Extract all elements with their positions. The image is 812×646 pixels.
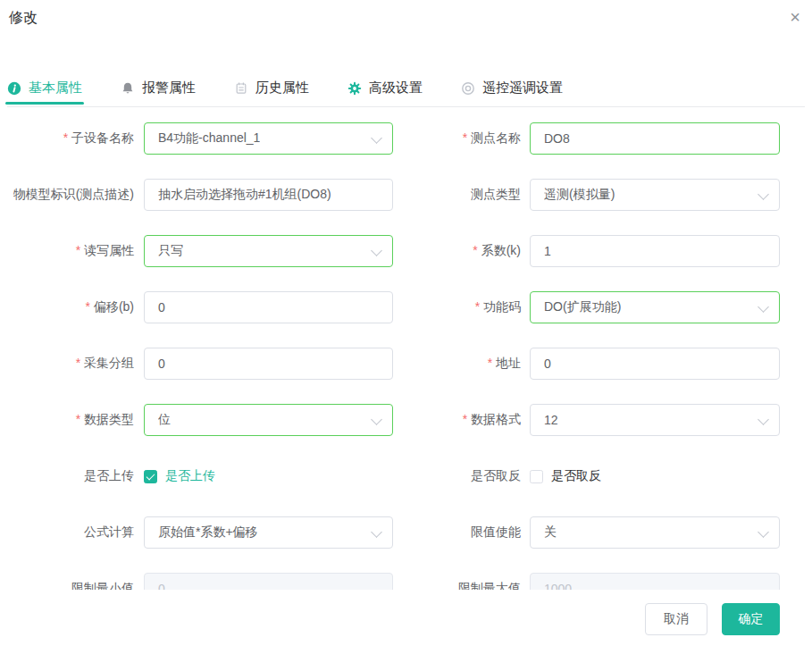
function-code-select[interactable]: DO(扩展功能) [530, 291, 780, 323]
coefficient-input[interactable] [530, 235, 780, 267]
confirm-button[interactable]: 确定 [722, 603, 780, 635]
field-label: 数据格式 [410, 412, 521, 428]
field-label: 数据类型 [0, 412, 134, 428]
field-label: 功能码 [410, 299, 521, 315]
formula-select[interactable]: 原始值*系数+偏移 [144, 516, 393, 549]
select-value: 原始值*系数+偏移 [158, 524, 258, 541]
chevron-down-icon [371, 526, 382, 538]
target-icon [461, 81, 475, 96]
dialog-title: 修改 [9, 9, 38, 28]
limit-enable-select[interactable]: 关 [530, 516, 780, 549]
read-write-select[interactable]: 只写 [144, 235, 393, 267]
gear-icon [347, 81, 362, 96]
checkbox-label: 是否取反 [551, 468, 601, 484]
field-model-identifier: 物模型标识(测点描述) [0, 179, 410, 211]
tab-label: 基本属性 [29, 80, 82, 96]
select-value: 12 [544, 413, 558, 427]
tab-alarm-properties[interactable]: 报警属性 [121, 79, 196, 97]
field-upload-flag: 是否上传 是否上传 [0, 460, 410, 492]
checkbox-label: 是否上传 [165, 468, 215, 484]
tab-label: 遥控遥调设置 [482, 80, 563, 96]
chevron-down-icon [371, 245, 382, 256]
field-label: 测点类型 [410, 187, 521, 203]
point-name-input[interactable] [530, 122, 780, 155]
field-function-code: 功能码 DO(扩展功能) [410, 291, 812, 323]
field-address: 地址 [410, 348, 812, 380]
field-label: 测点名称 [410, 130, 521, 147]
chevron-down-icon [758, 189, 769, 200]
field-offset: 偏移(b) [0, 291, 410, 323]
dialog-footer: 取消 确定 [0, 590, 812, 646]
sub-device-name-select[interactable]: B4功能-channel_1 [144, 122, 393, 155]
tab-remote-control-settings[interactable]: 遥控遥调设置 [461, 79, 563, 97]
chevron-down-icon [371, 414, 382, 425]
field-label: 读写属性 [0, 243, 134, 259]
chevron-down-icon [758, 301, 769, 313]
cancel-button[interactable]: 取消 [645, 603, 707, 635]
tab-basic-properties[interactable]: 基本属性 [7, 79, 82, 97]
field-limit-enable: 限值使能 关 [410, 516, 812, 549]
field-invert-flag: 是否取反 是否取反 [410, 460, 812, 492]
field-label: 偏移(b) [0, 299, 134, 315]
tab-label: 历史属性 [255, 80, 309, 96]
tab-history-properties[interactable]: 历史属性 [234, 79, 309, 97]
field-label: 限值使能 [410, 524, 521, 541]
select-value: 遥测(模拟量) [544, 187, 615, 203]
tab-bar: 基本属性 报警属性 历史属性 [7, 79, 805, 107]
chevron-down-icon [371, 132, 382, 144]
field-label: 物模型标识(测点描述) [0, 187, 134, 203]
history-icon [234, 81, 248, 96]
data-type-select[interactable]: 位 [144, 404, 393, 436]
edit-form: 子设备名称 B4功能-channel_1 测点名称 物模型标识(测点描述) 测点… [0, 122, 812, 629]
field-data-format: 数据格式 12 [410, 404, 812, 436]
field-point-type: 测点类型 遥测(模拟量) [410, 179, 812, 211]
field-read-write: 读写属性 只写 [0, 235, 410, 267]
checkbox-unchecked-icon [530, 470, 543, 483]
address-input[interactable] [530, 348, 780, 380]
tab-label: 高级设置 [369, 80, 423, 96]
collect-group-input[interactable] [144, 348, 393, 380]
field-label: 地址 [410, 356, 521, 372]
field-label: 子设备名称 [0, 130, 134, 147]
field-coefficient: 系数(k) [410, 235, 812, 267]
tab-advanced-settings[interactable]: 高级设置 [347, 79, 423, 97]
select-value: 位 [158, 412, 171, 428]
field-data-type: 数据类型 位 [0, 404, 410, 436]
field-point-name: 测点名称 [410, 122, 812, 155]
close-icon[interactable]: × [783, 5, 807, 29]
chevron-down-icon [758, 414, 769, 425]
field-sub-device-name: 子设备名称 B4功能-channel_1 [0, 122, 410, 155]
invert-checkbox[interactable]: 是否取反 [530, 460, 601, 492]
tab-label: 报警属性 [142, 80, 196, 96]
data-format-select[interactable]: 12 [530, 404, 780, 436]
select-value: 只写 [158, 243, 183, 259]
upload-checkbox[interactable]: 是否上传 [144, 460, 215, 492]
checkbox-checked-icon [144, 470, 157, 483]
field-collect-group: 采集分组 [0, 348, 410, 380]
select-value: DO(扩展功能) [544, 299, 621, 315]
model-identifier-input[interactable] [144, 179, 393, 211]
select-value: B4功能-channel_1 [158, 130, 260, 147]
chevron-down-icon [758, 526, 769, 538]
info-icon [7, 81, 21, 96]
offset-input[interactable] [144, 291, 393, 323]
bell-icon [121, 81, 135, 96]
field-label: 采集分组 [0, 356, 134, 372]
field-label: 系数(k) [410, 243, 521, 259]
field-label: 是否上传 [0, 468, 134, 484]
field-formula: 公式计算 原始值*系数+偏移 [0, 516, 410, 549]
field-label: 公式计算 [0, 524, 134, 541]
point-type-select[interactable]: 遥测(模拟量) [530, 179, 780, 211]
select-value: 关 [544, 524, 557, 541]
field-label: 是否取反 [410, 468, 521, 484]
footer-buttons: 取消 确定 [645, 603, 780, 635]
